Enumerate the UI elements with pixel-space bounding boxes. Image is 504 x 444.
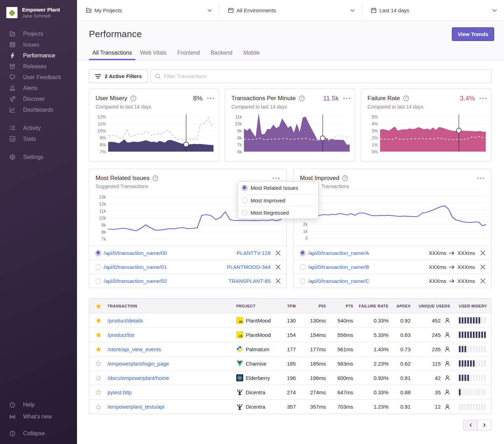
svg-text:?: ? [344,176,346,180]
svg-text:2k: 2k [303,222,308,227]
svg-text:10k: 10k [99,216,106,221]
svg-text:4%: 4% [372,122,378,126]
svg-text:?: ? [154,176,156,180]
svg-text:?: ? [12,403,13,407]
svg-text:9k: 9k [102,223,106,228]
svg-text:0%: 0% [372,150,378,154]
svg-text:10%: 10% [97,129,106,133]
svg-text:12%: 12% [97,115,106,119]
svg-text:7k: 7k [102,237,106,242]
svg-text:8k: 8k [102,230,106,235]
svg-text:8%: 8% [100,143,106,147]
svg-text:11%: 11% [98,122,106,126]
svg-text:13k: 13k [99,195,106,200]
svg-text:11k: 11k [99,209,106,214]
svg-text:3%: 3% [372,129,378,133]
svg-text:9%: 9% [100,136,106,140]
svg-text:6k: 6k [237,150,242,154]
svg-text:10k: 10k [235,122,242,126]
svg-text:?: ? [301,96,303,100]
svg-text:12k: 12k [99,202,106,207]
svg-text:1%: 1% [372,143,378,147]
svg-text:5%: 5% [372,115,378,119]
svg-text:11k: 11k [235,115,242,119]
svg-text:7%: 7% [100,150,106,154]
svg-text:2%: 2% [372,136,378,140]
svg-text:1k: 1k [303,229,308,234]
svg-text:?: ? [405,96,407,100]
svg-text:?: ? [132,96,134,100]
svg-text:0: 0 [305,236,308,241]
svg-text:9k: 9k [237,129,242,133]
svg-text:8k: 8k [237,136,242,140]
svg-text:7k: 7k [237,143,242,147]
